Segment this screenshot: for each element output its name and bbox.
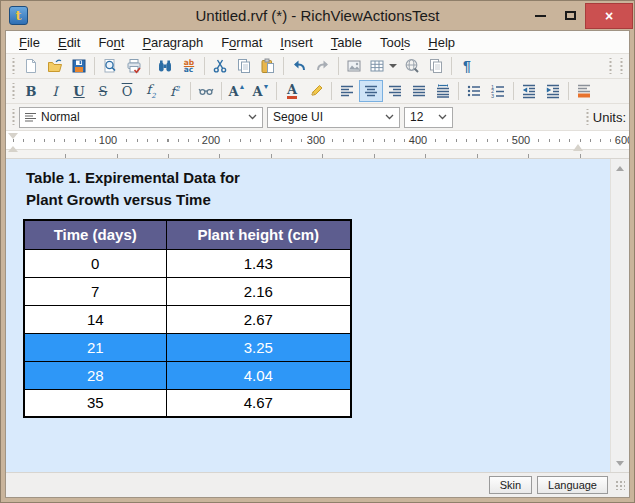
new-document-button[interactable] [19,55,43,77]
insert-document-button[interactable] [424,55,448,77]
table-cell[interactable]: 0 [24,249,166,277]
paragraph-background-button[interactable] [572,80,596,102]
grow-font-icon: A▲ [228,84,245,99]
save-file-button[interactable] [67,55,91,77]
menu-table[interactable]: Table [322,33,371,52]
insert-hyperlink-button[interactable] [400,55,424,77]
scroll-up-button[interactable] [611,159,630,176]
align-left-button[interactable] [335,80,359,102]
minimize-button[interactable] [525,3,555,29]
app-window: t Untitled.rvf (*) - RichViewActionsTest… [0,0,635,503]
table-cell[interactable]: 2.67 [166,305,351,333]
scroll-down-button[interactable] [611,455,630,472]
table-cell[interactable]: 2.16 [166,277,351,305]
resize-grip[interactable] [615,480,625,490]
readability-icon [198,83,214,99]
menu-file[interactable]: File [10,33,49,52]
open-file-button[interactable] [43,55,67,77]
copy-button[interactable] [232,55,256,77]
table-cell[interactable]: 3.25 [166,333,351,361]
readability-button[interactable] [194,80,218,102]
subscript-button[interactable]: f2 [139,80,163,102]
increase-indent-button[interactable] [541,80,565,102]
bold-icon: B [26,84,37,99]
vertical-scrollbar[interactable] [610,159,629,472]
menu-edit[interactable]: Edit [49,33,89,52]
overline-button[interactable]: O [115,80,139,102]
font-name-combo[interactable]: Segoe UI [267,107,400,128]
italic-button[interactable]: I [43,80,67,102]
overline-icon: O [122,84,133,99]
table-caption-line2[interactable]: Plant Growth versus Time [26,189,610,211]
font-color-button[interactable]: A [280,80,304,102]
decrease-indent-button[interactable] [517,80,541,102]
ruler-number: 500 [510,133,532,148]
paragraph-style-combo[interactable]: Normal [19,107,263,128]
data-table: Time (days)Plant height (cm) 01.4372.161… [23,219,352,418]
text-highlight-button[interactable] [304,80,328,102]
table-header-cell[interactable]: Plant height (cm) [166,220,351,249]
paste-button[interactable] [256,55,280,77]
toolbar-separator [338,57,339,75]
superscript-button[interactable]: f2 [163,80,187,102]
skin-button[interactable]: Skin [489,476,532,494]
insert-image-button[interactable] [342,55,366,77]
align-right-button[interactable] [383,80,407,102]
new-document-icon [23,58,39,74]
zoom-find-button[interactable] [98,55,122,77]
print-button[interactable] [122,55,146,77]
table-cell[interactable]: 35 [24,389,166,417]
replace-button[interactable]: abac [177,55,201,77]
align-center-button[interactable] [359,80,383,102]
toolbar-gripper[interactable] [619,58,624,74]
style-toolbar: Normal Segoe UI 12 Units: [6,104,629,131]
ruler-track[interactable]: 100200300400500600 [6,131,629,150]
table-cell[interactable]: 1.43 [166,249,351,277]
cut-button[interactable] [208,55,232,77]
redo-button[interactable] [311,55,335,77]
table-cell[interactable]: 14 [24,305,166,333]
toolbar-gripper[interactable] [11,83,16,99]
insert-table-icon [369,58,385,74]
numbered-list-button[interactable]: 123 [486,80,510,102]
toolbar-separator [221,82,222,100]
show-paragraph-marks-button[interactable]: ¶ [455,55,479,77]
justify-button[interactable] [407,80,431,102]
language-button[interactable]: Language [537,476,608,494]
table-cell[interactable]: 4.04 [166,361,351,389]
find-button[interactable] [153,55,177,77]
underline-button[interactable]: U [67,80,91,102]
toolbar-gripper[interactable] [608,58,613,74]
toolbar-gripper[interactable] [11,58,16,74]
toolbar-gripper[interactable] [11,109,16,125]
close-button[interactable]: × [585,3,633,29]
table-cell[interactable]: 7 [24,277,166,305]
table-cell[interactable]: 28 [24,361,166,389]
table-header-cell[interactable]: Time (days) [24,220,166,249]
menu-help[interactable]: Help [419,33,464,52]
table-cell[interactable]: 4.67 [166,389,351,417]
insert-table-button[interactable] [366,55,400,77]
bullet-list-button[interactable] [462,80,486,102]
document-canvas[interactable]: Table 1. Expiremental Data for Plant Gro… [6,159,610,472]
table-caption-line1[interactable]: Table 1. Expiremental Data for [26,167,610,189]
menu-font[interactable]: Font [89,33,133,52]
table-row: 284.04 [24,361,351,389]
justify-last-button[interactable] [431,80,455,102]
menu-paragraph[interactable]: Paragraph [133,33,212,52]
menu-insert[interactable]: Insert [271,33,322,52]
shrink-font-button[interactable]: A▼ [249,80,273,102]
strikethrough-button[interactable]: S [91,80,115,102]
table-head: Time (days)Plant height (cm) [24,220,351,249]
undo-button[interactable] [287,55,311,77]
toolbar-gripper[interactable] [585,109,590,125]
table-cell[interactable]: 21 [24,333,166,361]
grow-font-button[interactable]: A▲ [225,80,249,102]
maximize-button[interactable] [555,3,585,29]
italic-icon: I [52,84,57,99]
bold-button[interactable]: B [19,80,43,102]
font-size-combo[interactable]: 12 [404,107,453,128]
table-row: 354.67 [24,389,351,417]
menu-tools[interactable]: Tools [371,33,419,52]
menu-format[interactable]: Format [212,33,271,52]
